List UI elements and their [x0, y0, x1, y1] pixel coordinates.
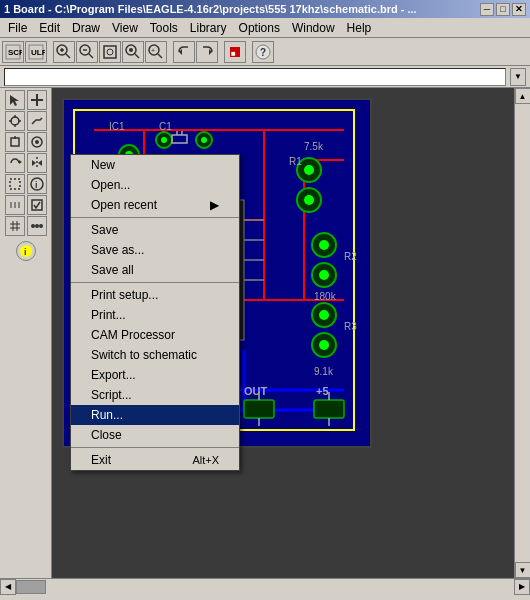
file-dropdown-menu: New Open... Open recent ▶ Save Save as..… [70, 154, 240, 471]
sidebar-ratsnest-tool[interactable] [5, 195, 25, 215]
sidebar-grid-tool[interactable] [5, 216, 25, 236]
menu-bar: File Edit Draw View Tools Library Option… [0, 18, 530, 38]
scroll-left-btn[interactable]: ◀ [0, 579, 16, 595]
toolbar-undo-btn[interactable] [173, 41, 195, 63]
menu-entry-print-setup-label: Print setup... [91, 288, 158, 302]
menu-file[interactable]: File [2, 18, 33, 38]
svg-marker-37 [19, 160, 22, 164]
menu-entry-script[interactable]: Script... [71, 385, 239, 405]
menu-options[interactable]: Options [233, 18, 286, 38]
scroll-down-btn[interactable]: ▼ [515, 562, 531, 578]
toolbar-zoom-window-btn[interactable]: + [145, 41, 167, 63]
svg-line-14 [135, 54, 139, 58]
svg-rect-41 [10, 179, 20, 189]
sidebar-move-tool[interactable] [5, 111, 25, 131]
svg-rect-116 [244, 400, 274, 418]
sidebar-pad-tool[interactable] [27, 132, 47, 152]
toolbar-help-btn[interactable]: ? [252, 41, 274, 63]
menu-entry-save-label: Save [91, 223, 118, 237]
menu-view[interactable]: View [106, 18, 144, 38]
svg-point-99 [319, 310, 329, 320]
address-bar: ▼ [0, 66, 530, 88]
maximize-button[interactable]: □ [496, 3, 510, 16]
toolbar-ulp-btn[interactable]: ULP [25, 41, 47, 63]
svg-text:i: i [24, 247, 27, 257]
menu-entry-new-label: New [91, 158, 115, 172]
close-button[interactable]: ✕ [512, 3, 526, 16]
menu-sep-2 [71, 282, 239, 283]
menu-entry-open-recent[interactable]: Open recent ▶ [71, 195, 239, 215]
menu-entry-print[interactable]: Print... [71, 305, 239, 325]
horizontal-scrollbar[interactable]: ◀ ▶ [0, 578, 530, 594]
menu-tools[interactable]: Tools [144, 18, 184, 38]
scroll-up-btn[interactable]: ▲ [515, 88, 531, 104]
menu-edit[interactable]: Edit [33, 18, 66, 38]
menu-library[interactable]: Library [184, 18, 233, 38]
toolbar-script-btn[interactable]: SCR [2, 41, 24, 63]
sidebar-cross-tool[interactable] [27, 90, 47, 110]
svg-point-84 [161, 137, 167, 143]
toolbar-zoom-in-btn[interactable] [53, 41, 75, 63]
main-area: i [0, 88, 530, 578]
toolbar-zoom-100-btn[interactable] [122, 41, 144, 63]
menu-entry-new[interactable]: New [71, 155, 239, 175]
menu-entry-switch-schematic-label: Switch to schematic [91, 348, 197, 362]
menu-entry-save-all[interactable]: Save all [71, 260, 239, 280]
vertical-scrollbar[interactable]: ▲ ▼ [514, 88, 530, 578]
menu-entry-export[interactable]: Export... [71, 365, 239, 385]
sidebar-wire-tool[interactable] [27, 111, 47, 131]
svg-line-5 [66, 54, 70, 58]
r2-val: 180k [314, 291, 337, 302]
menu-entry-print-label: Print... [91, 308, 126, 322]
scroll-thumb-h[interactable] [16, 580, 46, 594]
svg-point-53 [35, 224, 39, 228]
r2-label: R2 [344, 251, 357, 262]
ic1-label: IC1 [109, 121, 125, 132]
toolbar-zoom-fit-btn[interactable] [99, 41, 121, 63]
menu-entry-open[interactable]: Open... [71, 175, 239, 195]
sidebar-info-circle[interactable]: i [16, 241, 36, 261]
address-input[interactable] [4, 68, 506, 86]
svg-point-36 [35, 140, 39, 144]
menu-entry-save-as[interactable]: Save as... [71, 240, 239, 260]
svg-line-9 [89, 54, 93, 58]
menu-entry-cam-processor[interactable]: CAM Processor [71, 325, 239, 345]
toolbar-redo-btn[interactable] [196, 41, 218, 63]
sidebar-add-tool[interactable] [5, 132, 25, 152]
menu-help[interactable]: Help [341, 18, 378, 38]
submenu-arrow: ▶ [210, 198, 219, 212]
sidebar-extra-tool[interactable] [27, 216, 47, 236]
menu-draw[interactable]: Draw [66, 18, 106, 38]
menu-entry-print-setup[interactable]: Print setup... [71, 285, 239, 305]
sidebar-rotate-tool[interactable] [5, 153, 25, 173]
sidebar-row-6 [5, 195, 47, 215]
menu-entry-exit-label: Exit [91, 453, 111, 467]
menu-entry-run[interactable]: Run... [71, 405, 239, 425]
svg-point-97 [319, 270, 329, 280]
address-dropdown-btn[interactable]: ▼ [510, 68, 526, 86]
sidebar-mirror-tool[interactable] [27, 153, 47, 173]
sidebar-info-tool[interactable]: i [27, 174, 47, 194]
minimize-button[interactable]: ─ [480, 3, 494, 16]
sidebar-group-tool[interactable] [5, 174, 25, 194]
menu-entry-close[interactable]: Close [71, 425, 239, 445]
menu-window[interactable]: Window [286, 18, 341, 38]
sidebar-drc-tool[interactable] [27, 195, 47, 215]
svg-line-17 [158, 54, 162, 58]
svg-marker-40 [38, 160, 42, 166]
scroll-track-h[interactable] [16, 579, 514, 595]
status-bar [0, 594, 530, 600]
toolbar-stop-btn[interactable]: ■ [224, 41, 246, 63]
scroll-right-btn[interactable]: ▶ [514, 579, 530, 595]
sidebar-arrow-tool[interactable] [5, 90, 25, 110]
menu-sep-1 [71, 217, 239, 218]
menu-entry-script-label: Script... [91, 388, 132, 402]
c1-label: C1 [159, 121, 172, 132]
menu-entry-exit[interactable]: Exit Alt+X [71, 450, 239, 470]
r3-label: R3 [344, 321, 357, 332]
svg-point-93 [304, 195, 314, 205]
svg-text:■: ■ [231, 49, 236, 58]
toolbar-zoom-out-btn[interactable] [76, 41, 98, 63]
menu-entry-save[interactable]: Save [71, 220, 239, 240]
menu-entry-switch-schematic[interactable]: Switch to schematic [71, 345, 239, 365]
